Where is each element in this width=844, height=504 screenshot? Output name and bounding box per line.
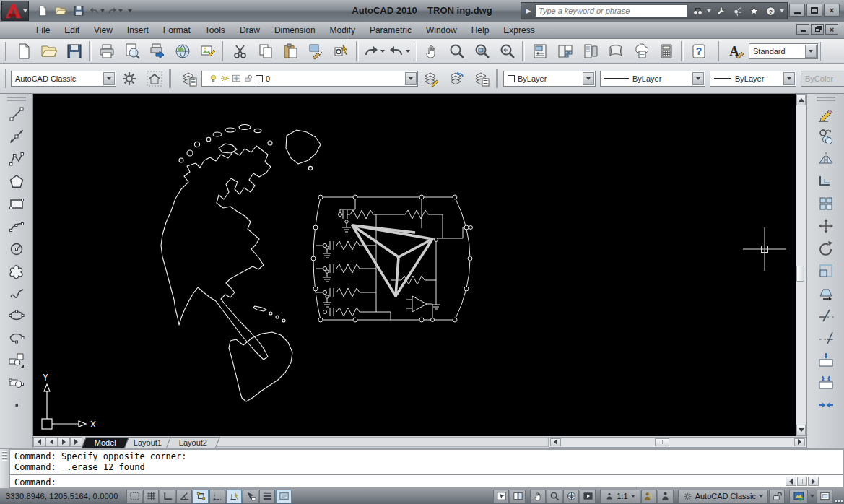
line-button[interactable] — [4, 103, 29, 125]
construction-line-button[interactable] — [4, 125, 29, 147]
undo-button[interactable] — [386, 40, 412, 62]
layer-color-swatch[interactable] — [256, 75, 263, 82]
help-icon[interactable] — [763, 4, 778, 17]
application-menu-button[interactable] — [1, 1, 29, 21]
toolbar-grip[interactable] — [496, 69, 501, 88]
command-scroll-grip[interactable] — [797, 477, 807, 486]
plot-button[interactable] — [94, 40, 119, 62]
combo-arrow-icon[interactable] — [783, 72, 795, 85]
qat-open-button[interactable] — [53, 4, 69, 18]
tab-first-button[interactable] — [33, 437, 45, 447]
qat-options-arrow-icon[interactable] — [128, 9, 132, 12]
toolbar-grip[interactable] — [4, 42, 9, 61]
save-button[interactable] — [61, 40, 87, 62]
show-motion-button[interactable] — [580, 490, 596, 503]
cut-button[interactable] — [227, 40, 253, 62]
plot-preview-button[interactable] — [119, 40, 144, 62]
layer-freeze-sun-icon[interactable] — [220, 74, 230, 83]
array-button[interactable] — [814, 192, 838, 214]
annotation-scale-button[interactable]: 1:1 — [600, 490, 640, 503]
horizontal-scroll-thumb[interactable] — [655, 438, 669, 446]
status-pan-button[interactable] — [530, 490, 546, 503]
scroll-down-button[interactable] — [796, 425, 806, 435]
redo-button[interactable] — [361, 40, 386, 62]
mirror-button[interactable] — [814, 147, 838, 170]
lineweight-combo[interactable]: ByLayer — [710, 71, 796, 87]
layer-combo[interactable]: 0 — [201, 71, 418, 87]
match-properties-button[interactable] — [303, 40, 329, 62]
lineweight-toggle[interactable] — [259, 490, 275, 503]
infocenter-expand-arrow-icon[interactable]: ▶ — [524, 4, 533, 17]
snap-toggle[interactable] — [126, 490, 142, 503]
menu-insert[interactable]: Insert — [120, 23, 156, 38]
favorites-star-icon[interactable] — [747, 4, 761, 17]
workspace-combo[interactable]: AutoCAD Classic — [11, 71, 116, 87]
undo-dropdown-arrow-icon[interactable] — [100, 9, 105, 12]
drawing-canvas[interactable]: Y X — [33, 94, 796, 436]
menu-parametric[interactable]: Parametric — [362, 23, 419, 38]
customize-wrench-icon[interactable] — [713, 4, 728, 17]
workspace-switching-button[interactable]: AutoCAD Classic — [678, 490, 768, 503]
quickcalc-button[interactable] — [653, 40, 679, 62]
trim-button[interactable] — [814, 304, 838, 326]
clean-screen-button[interactable] — [817, 490, 832, 503]
communication-center-icon[interactable] — [730, 4, 744, 17]
doc-minimize-button[interactable] — [796, 24, 809, 35]
menu-format[interactable]: Format — [156, 23, 198, 38]
menu-modify[interactable]: Modify — [323, 23, 362, 38]
americas-map-outline[interactable] — [161, 125, 321, 402]
tab-last-button[interactable] — [70, 437, 82, 447]
paste-button[interactable] — [278, 40, 303, 62]
tab-next-button[interactable] — [58, 437, 70, 447]
quick-view-layouts-button[interactable] — [510, 490, 526, 503]
new-button[interactable] — [11, 40, 36, 62]
command-history[interactable]: Command: Specify opposite corner: Comman… — [10, 450, 843, 474]
layer-properties-manager-button[interactable] — [176, 68, 201, 90]
spline-button[interactable] — [4, 282, 29, 304]
toolbar-grip[interactable] — [7, 97, 26, 101]
minimize-button[interactable] — [789, 4, 805, 17]
polar-toggle[interactable] — [176, 490, 192, 503]
break-at-point-button[interactable] — [814, 349, 838, 371]
vertical-scrollbar[interactable] — [796, 94, 806, 436]
color-combo[interactable]: ByLayer — [503, 71, 596, 87]
close-button[interactable]: × — [824, 4, 840, 17]
search-input[interactable] — [535, 4, 688, 17]
arc-button[interactable] — [4, 214, 29, 237]
otrack-toggle[interactable] — [209, 490, 225, 503]
copy-button[interactable] — [253, 40, 278, 62]
menu-draw[interactable]: Draw — [232, 23, 267, 38]
menu-view[interactable]: View — [87, 23, 120, 38]
layer-unlock-icon[interactable] — [243, 74, 253, 83]
zoom-window-button[interactable] — [469, 40, 495, 62]
maximize-button[interactable] — [806, 4, 822, 17]
layer-previous-button[interactable] — [443, 68, 469, 90]
tray-menu-arrow-icon[interactable] — [810, 495, 814, 498]
designcenter-button[interactable] — [552, 40, 578, 62]
menu-dimension[interactable]: Dimension — [267, 23, 323, 38]
sheet-set-manager-button[interactable] — [603, 40, 628, 62]
auto-scale-button[interactable] — [658, 490, 674, 503]
scroll-right-button[interactable] — [794, 438, 805, 446]
menu-edit[interactable]: Edit — [57, 23, 87, 38]
ducs-toggle[interactable] — [226, 490, 242, 503]
rotate-button[interactable] — [814, 237, 838, 259]
toolbar-grip[interactable] — [4, 69, 9, 88]
pan-button[interactable] — [419, 40, 444, 62]
status-tray-button[interactable] — [789, 490, 808, 503]
make-block-button[interactable] — [4, 371, 29, 394]
combo-arrow-icon[interactable] — [692, 72, 704, 85]
3d-dwf-button[interactable] — [170, 40, 195, 62]
status-zoom-button[interactable] — [547, 490, 562, 503]
make-object-layer-current-button[interactable] — [418, 68, 443, 90]
search-dropdown-arrow-icon[interactable] — [707, 9, 711, 12]
linetype-combo[interactable]: ByLayer — [600, 71, 705, 87]
qat-redo-button[interactable] — [107, 4, 123, 18]
markup-button[interactable] — [195, 40, 220, 62]
command-input-line[interactable]: Command: — [10, 476, 843, 489]
toolbar-lock-button[interactable] — [769, 490, 785, 503]
point-button[interactable] — [4, 394, 29, 416]
tool-palettes-button[interactable] — [578, 40, 603, 62]
layer-vp-freeze-icon[interactable] — [232, 74, 241, 83]
combo-arrow-icon[interactable] — [103, 72, 115, 85]
